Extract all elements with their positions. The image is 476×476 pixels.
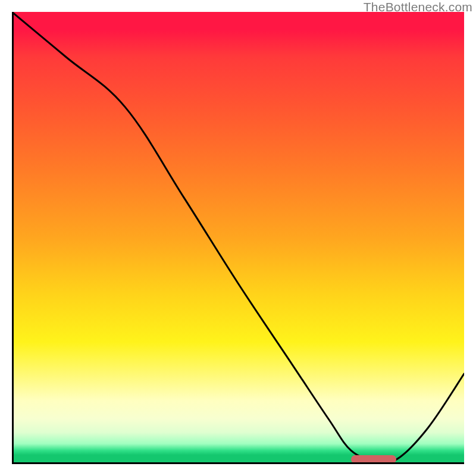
chart-container: TheBottleneck.com (0, 0, 476, 476)
heatmap-gradient (12, 12, 464, 464)
watermark-label: TheBottleneck.com (364, 0, 472, 14)
plot-area (12, 12, 464, 464)
optimal-range-marker (351, 455, 396, 464)
